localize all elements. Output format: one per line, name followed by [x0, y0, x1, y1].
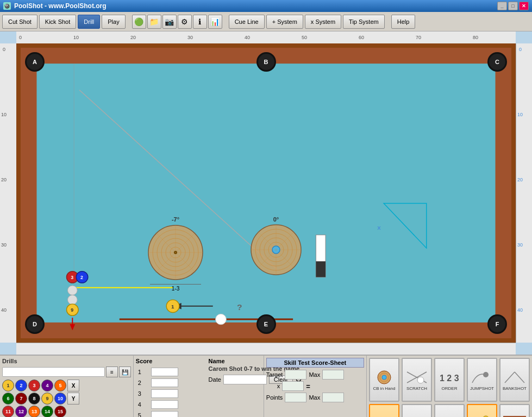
bankshot-button[interactable]: BANKSHOT [499, 358, 530, 402]
combo-button[interactable]: COMBO [402, 404, 432, 418]
jumpshot-label: JUMPSHOT [470, 386, 494, 391]
ball-item[interactable]: 14 [41, 406, 53, 417]
window-controls[interactable]: _ □ ✕ [497, 2, 529, 10]
pocket-c: C [487, 52, 507, 72]
x-btn[interactable]: X [67, 380, 79, 391]
x-label2: x [277, 383, 280, 389]
skill-target-row: Target Max [266, 370, 364, 380]
pocket-b: B [256, 52, 276, 72]
cue-line-button[interactable]: Cue Line [229, 15, 265, 29]
score-input-2[interactable] [151, 378, 178, 387]
svg-text:2: 2 [80, 275, 83, 280]
skill-points-row: Points Max [266, 393, 364, 402]
folder-icon[interactable]: 📁 [147, 15, 161, 29]
max2-input[interactable] [322, 393, 344, 402]
drill-save-icon[interactable]: 💾 [119, 367, 131, 377]
score-input-4[interactable] [151, 400, 178, 409]
jumpshot-button[interactable]: JUMPSHOT [467, 358, 497, 402]
score-input-3[interactable] [151, 389, 178, 398]
close-button[interactable]: ✕ [519, 2, 529, 10]
ball-item[interactable]: 9 [41, 393, 53, 405]
drill-name-input[interactable]: Carom Shot 0-7 to win the game [2, 367, 105, 377]
max-input[interactable] [322, 370, 344, 380]
right-diagram-angle: 0° [249, 216, 303, 223]
help-button[interactable]: Help [391, 15, 416, 29]
ball-item[interactable]: 10 [54, 393, 66, 405]
svg-rect-16 [516, 43, 532, 343]
ruler-right: 0 10 20 30 40 [516, 43, 532, 343]
svg-text:60: 60 [359, 35, 364, 40]
power-icon[interactable]: 🟢 [132, 15, 146, 29]
ball-item[interactable]: 8 [28, 393, 40, 405]
ball-item[interactable]: 5 [54, 380, 66, 391]
ball-item[interactable]: 1 [2, 380, 14, 391]
maximize-button[interactable]: □ [508, 2, 518, 10]
carom-button[interactable]: CAROM [467, 404, 497, 418]
ball-item[interactable]: 15 [54, 406, 66, 417]
cb-in-hand-icon [371, 369, 397, 386]
svg-text:?: ? [237, 302, 242, 312]
chart-icon[interactable]: 📊 [208, 15, 222, 29]
skill-x-row: x = [266, 381, 364, 391]
window-title: PoolShot - www.PoolShot.org [14, 2, 107, 10]
svg-text:9: 9 [71, 307, 73, 313]
row-num: 3 [136, 388, 149, 399]
cb-in-hand-button[interactable]: CB in Hand [369, 358, 399, 402]
date-input[interactable] [223, 375, 267, 384]
svg-line-76 [505, 372, 515, 383]
tip-system-button[interactable]: Tip System [343, 15, 385, 29]
ball-item[interactable]: 11 [2, 406, 14, 417]
carom-icon [469, 414, 495, 417]
target-input[interactable] [285, 370, 306, 380]
cut-shot-button[interactable]: Cut Shot [2, 15, 37, 29]
kickshot-button[interactable]: KICKSHOT [369, 404, 399, 418]
svg-text:10: 10 [517, 112, 523, 117]
table-area: 0 10 20 30 40 50 60 70 80 0 10 20 30 40 … [0, 31, 532, 355]
svg-point-75 [483, 372, 489, 377]
row-num: 5 [136, 410, 149, 417]
score-input-1[interactable] [151, 368, 178, 376]
ball-item[interactable]: 2 [15, 380, 27, 391]
info-icon[interactable]: ℹ [193, 15, 207, 29]
svg-text:30: 30 [517, 242, 523, 248]
drills-panel: Drills Carom Shot 0-7 to win the game ≡ … [0, 356, 134, 417]
y-btn[interactable]: Y [67, 393, 79, 405]
row-num: 1 [136, 367, 149, 377]
drill-list-icon[interactable]: ≡ [106, 367, 118, 377]
toolbar: Cut Shot Kick Shot Drill Play 🟢 📁 📷 ⚙ ℹ … [0, 12, 532, 31]
svg-point-73 [417, 377, 424, 383]
settings-icon[interactable]: ⚙ [178, 15, 192, 29]
x-input2[interactable] [282, 381, 304, 391]
svg-text:70: 70 [416, 35, 421, 40]
ruler-left: 0 10 20 30 40 [0, 43, 16, 343]
camera-icon[interactable]: 📷 [162, 15, 177, 29]
ruler-bottom [16, 343, 516, 355]
play-button[interactable]: Play [102, 15, 125, 29]
drill-name-bar: Carom Shot 0-7 to win the game ≡ 💾 [2, 367, 131, 377]
scratch-button[interactable]: SCRATCH [402, 358, 432, 402]
hitrail-button[interactable]: HITRAIL [499, 404, 530, 418]
kickshot-icon [371, 414, 397, 417]
score-title: Score [136, 358, 204, 364]
ball-item[interactable]: 3 [28, 380, 40, 391]
kick-shot-button[interactable]: Kick Shot [39, 15, 76, 29]
table-row: 3 [136, 388, 204, 399]
plus-system-button[interactable]: + System [266, 15, 303, 29]
ruler-top: 0 10 20 30 40 50 60 70 80 [16, 31, 516, 43]
kiss-button[interactable]: KISS [434, 404, 465, 418]
points-input[interactable] [285, 393, 306, 402]
ball-item[interactable]: 13 [28, 406, 40, 417]
x-system-button[interactable]: x System [305, 15, 341, 29]
pool-table[interactable]: A B C D E F [16, 43, 516, 343]
scratch-label: SCRATCH [406, 386, 427, 391]
ball-item[interactable]: 12 [15, 406, 27, 417]
order-button[interactable]: 1 2 3 ORDER [434, 358, 465, 402]
ball-item[interactable]: 4 [41, 380, 53, 391]
minimize-button[interactable]: _ [497, 2, 507, 10]
svg-text:0: 0 [3, 47, 5, 52]
ball-item[interactable]: 7 [15, 393, 27, 405]
drill-button[interactable]: Drill [78, 15, 100, 29]
ball-item[interactable]: 6 [2, 393, 14, 405]
score-input-5[interactable] [151, 411, 178, 417]
svg-text:40: 40 [245, 35, 250, 40]
